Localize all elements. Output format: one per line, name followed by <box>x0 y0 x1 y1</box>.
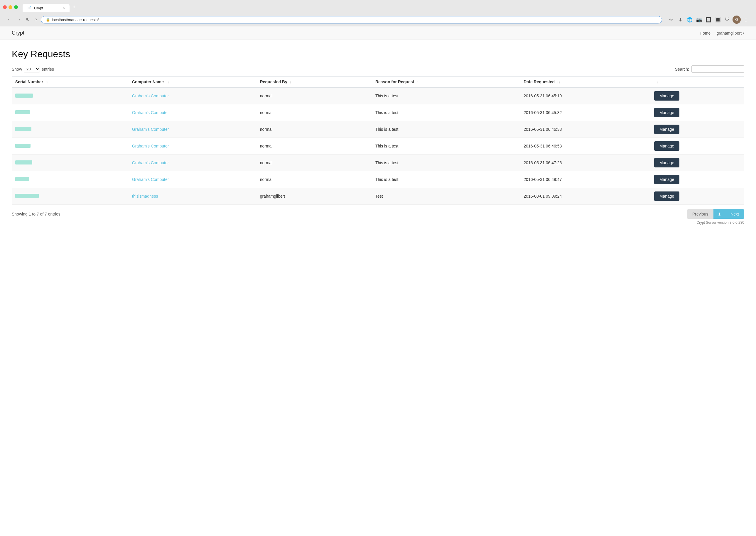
user-menu[interactable]: grahamgilbert ▾ <box>716 31 744 35</box>
maximize-window-button[interactable] <box>14 5 18 9</box>
cell-reason: This is a test <box>372 154 520 171</box>
forward-button[interactable]: → <box>15 17 22 23</box>
table-header: Serial Number ↑↓ Computer Name ↑↓ Reques… <box>12 77 744 88</box>
computer-name-link[interactable]: Graham's Computer <box>132 93 169 98</box>
bookmark-button[interactable]: ☆ <box>667 16 675 24</box>
next-page-button[interactable]: Next <box>725 209 744 219</box>
navbar-brand: Crypt <box>12 30 24 36</box>
minimize-window-button[interactable] <box>9 5 12 9</box>
cell-requested-by: normal <box>257 171 372 188</box>
menu-button[interactable]: ⋮ <box>742 16 750 24</box>
table-row: Graham's ComputernormalThis is a test201… <box>12 87 744 104</box>
computer-name-link[interactable]: Graham's Computer <box>132 160 169 165</box>
col-reason-label: Reason for Request <box>376 80 414 84</box>
main-content: Key Requests Show 10 20 50 100 entries S… <box>0 40 756 236</box>
page-wrapper: Crypt Home grahamgilbert ▾ Key Requests … <box>0 26 756 536</box>
computer-name-link[interactable]: Graham's Computer <box>132 177 169 182</box>
home-button[interactable]: ⌂ <box>33 17 38 23</box>
home-nav-link[interactable]: Home <box>700 31 710 35</box>
sort-computer-icon: ↑↓ <box>166 80 169 84</box>
cell-computer-name: thisismadness <box>128 188 257 205</box>
serial-badge <box>15 110 30 114</box>
manage-button[interactable]: Manage <box>654 175 680 184</box>
manage-button[interactable]: Manage <box>654 141 680 151</box>
page-number-button[interactable]: 1 <box>713 209 725 219</box>
serial-badge <box>15 127 31 131</box>
active-tab[interactable]: 📄 Crypt × <box>22 4 70 12</box>
serial-badge <box>15 93 33 98</box>
cell-action: Manage <box>651 171 744 188</box>
extension-4-button[interactable]: 🔳 <box>714 16 722 24</box>
cell-action: Manage <box>651 104 744 121</box>
cell-action: Manage <box>651 87 744 104</box>
table-footer: Showing 1 to 7 of 7 entries Previous 1 N… <box>12 209 744 219</box>
col-date[interactable]: Date Requested ↑↓ <box>520 77 650 88</box>
col-serial-number[interactable]: Serial Number ↑↓ <box>12 77 128 88</box>
manage-button[interactable]: Manage <box>654 125 680 134</box>
cell-reason: This is a test <box>372 87 520 104</box>
cell-date: 2016-05-31 06:46:33 <box>520 121 650 138</box>
previous-page-button[interactable]: Previous <box>687 209 713 219</box>
cell-requested-by: grahamgilbert <box>257 188 372 205</box>
cell-requested-by: normal <box>257 104 372 121</box>
search-input[interactable] <box>692 65 744 73</box>
lock-icon: 🔒 <box>46 17 50 22</box>
manage-button[interactable]: Manage <box>654 191 680 201</box>
col-requested-label: Requested By <box>260 80 287 84</box>
browser-actions: ☆ ⬇ 🌐 📷 🔲 🔳 🛡 G ⋮ <box>667 16 750 24</box>
extension-1-button[interactable]: 🌐 <box>686 16 694 24</box>
refresh-button[interactable]: ↻ <box>25 17 31 23</box>
computer-name-link[interactable]: Graham's Computer <box>132 144 169 149</box>
computer-name-link[interactable]: Graham's Computer <box>132 127 169 132</box>
cell-action: Manage <box>651 138 744 154</box>
cell-date: 2016-05-31 06:45:32 <box>520 104 650 121</box>
cell-serial <box>12 171 128 188</box>
cell-action: Manage <box>651 121 744 138</box>
address-bar-row: ← → ↻ ⌂ 🔒 localhost/manage-requests/ ☆ ⬇… <box>3 14 753 26</box>
tab-bar: 📄 Crypt × + <box>22 2 753 12</box>
manage-button[interactable]: Manage <box>654 108 680 117</box>
tab-title: Crypt <box>34 6 43 10</box>
table-row: Graham's ComputernormalThis is a test201… <box>12 121 744 138</box>
computer-name-link[interactable]: Graham's Computer <box>132 110 169 115</box>
back-button[interactable]: ← <box>6 17 13 23</box>
cell-action: Manage <box>651 154 744 171</box>
cell-date: 2016-05-31 06:49:47 <box>520 171 650 188</box>
sort-date-icon: ↑↓ <box>557 80 560 84</box>
version-text: Crypt Server version 3.0.0.230 <box>12 220 744 225</box>
cell-requested-by: normal <box>257 121 372 138</box>
col-reason[interactable]: Reason for Request ↑↓ <box>372 77 520 88</box>
pocket-button[interactable]: ⬇ <box>676 16 684 24</box>
close-window-button[interactable] <box>3 5 7 9</box>
entries-label: entries <box>42 67 54 72</box>
table-body: Graham's ComputernormalThis is a test201… <box>12 87 744 205</box>
extension-3-button[interactable]: 🔲 <box>704 16 712 24</box>
extension-5-button[interactable]: 🛡 <box>723 16 731 24</box>
new-tab-button[interactable]: + <box>70 2 79 12</box>
cell-computer-name: Graham's Computer <box>128 171 257 188</box>
cell-computer-name: Graham's Computer <box>128 138 257 154</box>
cell-reason: This is a test <box>372 121 520 138</box>
col-requested-by[interactable]: Requested By ↑↓ <box>257 77 372 88</box>
cell-computer-name: Graham's Computer <box>128 87 257 104</box>
cell-requested-by: normal <box>257 87 372 104</box>
tab-page-icon: 📄 <box>27 6 32 10</box>
pagination: Previous 1 Next <box>687 209 744 219</box>
username-label: grahamgilbert <box>716 31 741 35</box>
col-computer-name[interactable]: Computer Name ↑↓ <box>128 77 257 88</box>
col-serial-label: Serial Number <box>15 80 43 84</box>
cell-serial <box>12 121 128 138</box>
cell-requested-by: normal <box>257 154 372 171</box>
extension-2-button[interactable]: 📷 <box>695 16 703 24</box>
entries-select[interactable]: 10 20 50 100 <box>24 66 40 72</box>
user-avatar-button[interactable]: G <box>733 16 741 24</box>
browser-chrome: 📄 Crypt × + ← → ↻ ⌂ 🔒 localhost/manage-r… <box>0 0 756 26</box>
manage-button[interactable]: Manage <box>654 158 680 167</box>
address-bar[interactable]: 🔒 localhost/manage-requests/ <box>41 16 662 23</box>
serial-badge <box>15 144 30 148</box>
traffic-lights <box>3 5 18 9</box>
show-label: Show <box>12 67 22 72</box>
tab-close-button[interactable]: × <box>62 6 65 10</box>
manage-button[interactable]: Manage <box>654 91 680 101</box>
computer-name-link[interactable]: thisismadness <box>132 194 158 198</box>
